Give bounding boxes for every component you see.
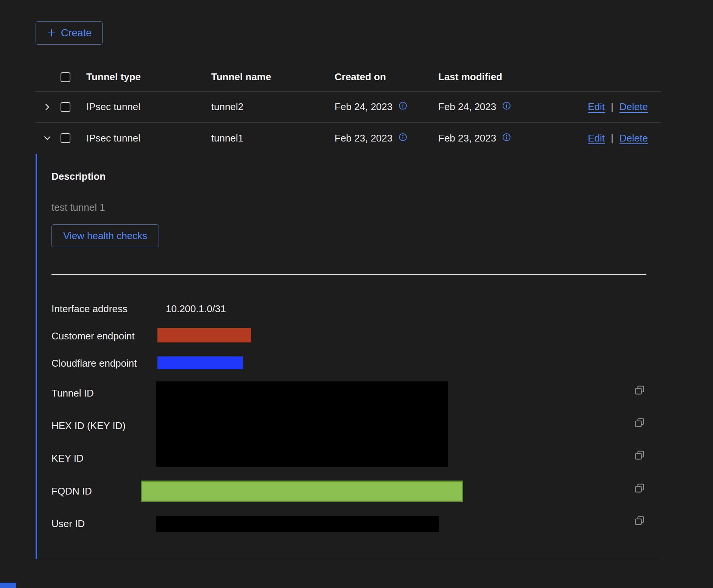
copy-icon bbox=[634, 456, 645, 462]
customer-endpoint-label: Customer endpoint bbox=[51, 330, 135, 342]
delete-link[interactable]: Delete bbox=[620, 101, 648, 113]
header-last-modified: Last modified bbox=[431, 71, 556, 83]
hex-id-label: HEX ID (KEY ID) bbox=[51, 420, 126, 432]
description-value: test tunnel 1 bbox=[51, 202, 105, 213]
user-id-label: User ID bbox=[51, 518, 85, 530]
cloudflare-endpoint-redacted-value bbox=[157, 356, 243, 369]
corner-accent-bar bbox=[0, 583, 16, 588]
chevron-down-icon bbox=[42, 139, 53, 145]
tunnel-detail-panel: Description test tunnel 1 View health ch… bbox=[36, 154, 661, 559]
header-tunnel-name: Tunnel name bbox=[204, 71, 327, 83]
row-tunnel-type: IPsec tunnel bbox=[79, 101, 204, 113]
row-tunnel-name: tunnel2 bbox=[204, 101, 327, 113]
info-icon[interactable] bbox=[399, 101, 407, 113]
create-button[interactable]: Create bbox=[36, 21, 103, 45]
copy-hex-id-button[interactable] bbox=[634, 417, 645, 428]
row-last-modified: Feb 24, 2023 bbox=[438, 101, 496, 113]
row-checkbox[interactable] bbox=[61, 102, 70, 112]
edit-link[interactable]: Edit bbox=[588, 101, 605, 113]
fqdn-id-label: FQDN ID bbox=[51, 485, 92, 497]
row-last-modified: Feb 23, 2023 bbox=[438, 132, 496, 144]
copy-icon bbox=[634, 423, 645, 429]
copy-fqdn-id-button[interactable] bbox=[634, 483, 645, 493]
interface-address-value: 10.200.1.0/31 bbox=[166, 303, 226, 315]
tunnels-table: Tunnel type Tunnel name Created on Last … bbox=[36, 63, 661, 154]
info-icon[interactable] bbox=[502, 101, 511, 113]
table-row: IPsec tunnel tunnel1 Feb 23, 2023 Feb 23… bbox=[36, 123, 661, 154]
plus-icon bbox=[47, 28, 56, 38]
create-button-label: Create bbox=[61, 27, 92, 39]
row-checkbox[interactable] bbox=[61, 133, 70, 143]
fqdn-id-redacted-value bbox=[141, 481, 463, 502]
chevron-right-icon bbox=[42, 108, 53, 114]
row-tunnel-name: tunnel1 bbox=[204, 132, 327, 144]
detail-divider bbox=[51, 274, 646, 275]
copy-tunnel-id-button[interactable] bbox=[634, 385, 645, 395]
copy-icon bbox=[634, 489, 645, 495]
header-created-on: Created on bbox=[327, 71, 431, 83]
table-row: IPsec tunnel tunnel2 Feb 24, 2023 Feb 24… bbox=[36, 92, 661, 123]
row-tunnel-type: IPsec tunnel bbox=[79, 132, 204, 144]
ids-redacted-value bbox=[156, 381, 448, 467]
delete-link[interactable]: Delete bbox=[620, 132, 648, 144]
copy-key-id-button[interactable] bbox=[634, 450, 645, 460]
info-icon[interactable] bbox=[399, 132, 407, 144]
actions-separator: | bbox=[611, 101, 613, 113]
copy-icon bbox=[634, 521, 645, 527]
tunnel-id-label: Tunnel ID bbox=[51, 387, 94, 399]
description-label: Description bbox=[51, 171, 106, 182]
customer-endpoint-redacted-value bbox=[157, 328, 251, 342]
expand-row-button[interactable] bbox=[42, 102, 53, 112]
interface-address-label: Interface address bbox=[51, 303, 128, 315]
row-created-on: Feb 24, 2023 bbox=[335, 101, 392, 113]
header-tunnel-type: Tunnel type bbox=[79, 71, 204, 83]
copy-icon bbox=[634, 391, 645, 397]
copy-user-id-button[interactable] bbox=[634, 515, 645, 526]
view-health-checks-button[interactable]: View health checks bbox=[51, 224, 159, 247]
collapse-row-button[interactable] bbox=[42, 133, 53, 143]
cloudflare-endpoint-label: Cloudflare endpoint bbox=[51, 358, 137, 369]
row-created-on: Feb 23, 2023 bbox=[335, 132, 392, 144]
key-id-label: KEY ID bbox=[51, 453, 84, 464]
edit-link[interactable]: Edit bbox=[588, 132, 605, 144]
user-id-redacted-value bbox=[156, 516, 439, 532]
select-all-checkbox[interactable] bbox=[61, 72, 70, 82]
table-header-row: Tunnel type Tunnel name Created on Last … bbox=[36, 63, 661, 92]
info-icon[interactable] bbox=[502, 132, 511, 144]
actions-separator: | bbox=[611, 132, 613, 144]
tunnels-page: Create Tunnel type Tunnel name Created o… bbox=[0, 0, 713, 588]
